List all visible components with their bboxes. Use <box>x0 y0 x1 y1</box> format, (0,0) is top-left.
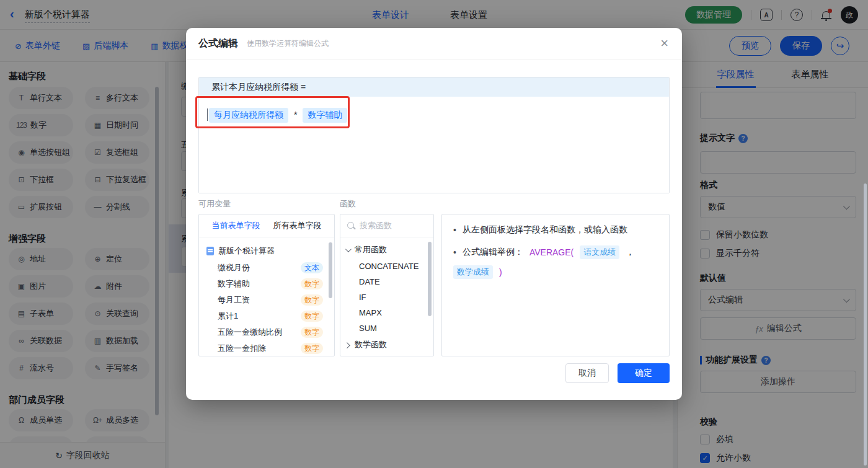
example-function: AVERAGE( <box>529 247 574 257</box>
tree-root-label: 新版个税计算器 <box>218 245 275 257</box>
variable-item[interactable]: 每月工资 数字 <box>199 292 334 308</box>
bullet-icon: • <box>453 225 456 235</box>
variable-item[interactable]: 五险一金扣除 数字 <box>199 340 334 356</box>
variable-type-badge: 数字 <box>301 311 323 322</box>
variables-scrollbar[interactable] <box>329 242 332 298</box>
example-token: 数学成绩 <box>453 265 493 279</box>
formula-operator: * <box>294 110 297 120</box>
tree-caret-icon <box>344 342 350 348</box>
function-label: MAPX <box>359 308 382 317</box>
function-label: 数学函数 <box>355 339 387 350</box>
function-tree-row[interactable]: DATE <box>340 274 433 289</box>
formula-token[interactable]: 数字辅助 <box>303 108 347 123</box>
function-label: SUM <box>359 324 377 333</box>
example-prefix: 公式编辑举例： <box>463 247 523 258</box>
cancel-button[interactable]: 取消 <box>565 363 609 383</box>
variable-type-badge: 数字 <box>301 343 323 354</box>
form-doc-icon <box>206 247 214 255</box>
formula-editor: 累计本月应纳税所得额 = 每月应纳税所得额 * 数字辅助 <box>198 77 670 193</box>
variables-panel: 当前表单字段 所有表单字段 新版个税计算器 缴税月份 文本 数字辅助 数字 <box>198 214 335 356</box>
function-label: 常用函数 <box>355 244 387 255</box>
function-tree-row[interactable]: 常用函数 <box>340 241 433 258</box>
function-label: CONCATENATE <box>359 262 418 271</box>
function-label: DATE <box>359 277 380 286</box>
formula-input-area[interactable]: 每月应纳税所得额 * 数字辅助 <box>199 97 669 193</box>
functions-panel: 搜索函数 常用函数 CONCATENATE DATE <box>340 214 434 356</box>
example-token: 语文成绩 <box>580 245 619 259</box>
search-placeholder: 搜索函数 <box>360 220 392 231</box>
dialog-header: 公式编辑 使用数学运算符编辑公式 <box>186 28 682 60</box>
formula-token[interactable]: 每月应纳税所得额 <box>209 108 288 123</box>
variables-tabs: 当前表单字段 所有表单字段 <box>199 214 334 237</box>
variable-item[interactable]: 累计1 数字 <box>199 308 334 324</box>
dialog-title: 公式编辑 <box>198 37 238 50</box>
dialog-subtitle: 使用数学运算符编辑公式 <box>247 38 329 49</box>
formula-editor-dialog: 公式编辑 使用数学运算符编辑公式 × 累计本月应纳税所得额 = 每月应纳税所得额… <box>186 28 682 400</box>
text-cursor <box>207 108 208 121</box>
variable-item[interactable]: 缴税月份 文本 <box>199 260 334 276</box>
function-tree-row[interactable]: SUM <box>340 320 433 336</box>
help-tip: • 从左侧面板选择字段名和函数，或输入函数 <box>453 224 658 236</box>
bullet-icon: • <box>453 247 456 257</box>
function-search[interactable]: 搜索函数 <box>340 214 433 237</box>
function-label: IF <box>359 293 366 302</box>
help-tip-text: 从左侧面板选择字段名和函数，或输入函数 <box>463 224 627 236</box>
help-panel: • 从左侧面板选择字段名和函数，或输入函数 • 公式编辑举例： AVERAGE(… <box>441 214 670 356</box>
function-tree-row[interactable]: 文本函数 <box>340 353 433 356</box>
variables-list: 缴税月份 文本 数字辅助 数字 每月工资 数字 累计1 <box>199 260 334 356</box>
variables-section-label: 可用变量 <box>198 198 231 210</box>
variable-name: 缴税月份 <box>218 262 250 273</box>
close-icon[interactable]: × <box>660 37 668 50</box>
help-example: • 公式编辑举例： AVERAGE( 语文成绩 ， 数学成绩 ) <box>453 245 658 279</box>
variables-tree: 新版个税计算器 缴税月份 文本 数字辅助 数字 每月工资 <box>199 237 334 356</box>
variable-type-badge: 数字 <box>301 278 323 289</box>
formula-target: 累计本月应纳税所得额 = <box>199 77 669 97</box>
functions-tree: 常用函数 CONCATENATE DATE IF <box>340 237 433 356</box>
example-close-paren: ) <box>499 267 502 277</box>
function-tree-row[interactable]: IF <box>340 289 433 305</box>
variable-name: 五险一金缴纳比例 <box>218 327 282 338</box>
variable-name: 五险一金扣除 <box>218 343 266 354</box>
variable-name: 数字辅助 <box>218 278 250 289</box>
tab-current-form-fields[interactable]: 当前表单字段 <box>212 220 260 231</box>
variable-item[interactable]: 数字辅助 数字 <box>199 276 334 292</box>
variable-name: 累计1 <box>218 311 238 322</box>
variable-type-badge: 数字 <box>301 294 323 306</box>
functions-scrollbar[interactable] <box>428 242 432 316</box>
window-scrollbar[interactable] <box>864 183 867 466</box>
function-tree-row[interactable]: CONCATENATE <box>340 258 433 274</box>
tree-root[interactable]: 新版个税计算器 <box>199 242 334 260</box>
search-icon <box>347 221 355 230</box>
tab-all-form-fields[interactable]: 所有表单字段 <box>273 220 322 231</box>
function-tree-row[interactable]: 数学函数 <box>340 336 433 353</box>
tree-caret-icon <box>345 246 352 252</box>
example-separator: ， <box>626 247 634 258</box>
variable-type-badge: 数字 <box>301 327 323 338</box>
variable-name: 每月工资 <box>218 294 250 306</box>
variable-type-badge: 文本 <box>301 262 323 273</box>
variable-item[interactable]: 五险一金缴纳比例 数字 <box>199 324 334 340</box>
functions-section-label: 函数 <box>340 198 356 210</box>
function-tree-row[interactable]: MAPX <box>340 305 433 320</box>
confirm-button[interactable]: 确定 <box>618 363 670 383</box>
